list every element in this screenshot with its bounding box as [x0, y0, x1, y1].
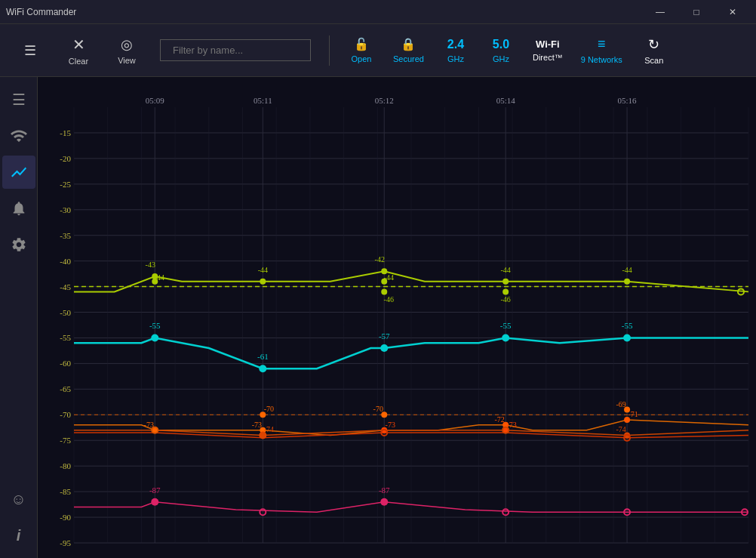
close-button[interactable]: ✕	[715, 0, 750, 24]
chart-area: dBm Speed: 150% Scanning... 12	[38, 77, 756, 558]
menu-button[interactable]: ☰	[15, 42, 45, 59]
sidebar-item-wifi[interactable]	[2, 119, 35, 153]
signal-chart	[38, 77, 756, 558]
ghz50-label: GHz	[493, 54, 509, 63]
networks-icon: ≡	[598, 36, 606, 52]
window-controls: — □ ✕	[643, 0, 750, 24]
clear-button[interactable]: ✕ Clear	[63, 35, 94, 66]
title-bar: WiFi Commander — □ ✕	[0, 0, 756, 24]
sidebar-item-menu[interactable]: ☰	[2, 83, 35, 116]
toolbar-separator	[329, 35, 330, 66]
ghz24-filter-button[interactable]: 2.4 GHz	[442, 38, 469, 63]
open-icon: 🔓	[354, 37, 369, 51]
filter-input[interactable]	[160, 39, 311, 61]
networks-button[interactable]: ≡ 9 Networks	[581, 36, 622, 64]
toolbar: ☰ ✕ Clear ◎ View 🔓 Open 🔒 Secured 2.4 GH…	[0, 24, 756, 77]
ghz50-value: 5.0	[493, 38, 509, 51]
maximize-button[interactable]: □	[679, 0, 714, 24]
view-button[interactable]: ◎ View	[112, 36, 142, 65]
sidebar-item-chart[interactable]	[2, 156, 35, 189]
open-filter-button[interactable]: 🔓 Open	[348, 37, 375, 63]
view-icon: ◎	[121, 36, 133, 53]
sidebar-item-settings[interactable]	[2, 228, 35, 261]
networks-label: 9 Networks	[581, 55, 622, 64]
sidebar-item-smiley[interactable]: ☺	[2, 482, 35, 516]
app-title: WiFi Commander	[6, 7, 76, 17]
main-layout: ☰ ☺ i dBm Speed: 150% Scanning... 12	[0, 77, 756, 558]
clear-label: Clear	[69, 57, 88, 66]
minimize-button[interactable]: —	[643, 0, 678, 24]
menu-icon: ☰	[24, 42, 36, 59]
ghz50-filter-button[interactable]: 5.0 GHz	[487, 38, 515, 63]
ghz24-label: GHz	[447, 54, 464, 63]
view-label: View	[118, 56, 136, 65]
sidebar-item-bell[interactable]	[2, 192, 35, 225]
secured-filter-button[interactable]: 🔒 Secured	[393, 37, 424, 63]
secured-label: Secured	[393, 54, 424, 63]
scan-icon: ↻	[648, 36, 659, 53]
open-label: Open	[352, 54, 372, 63]
clear-icon: ✕	[72, 35, 85, 54]
scan-button[interactable]: ↻ Scan	[641, 36, 668, 65]
wifi-direct-filter-button[interactable]: Wi-Fi Direct™	[533, 39, 563, 62]
wifi-direct-label: Direct™	[533, 53, 563, 62]
sidebar-item-info[interactable]: i	[2, 519, 35, 552]
wifi-direct-value: Wi-Fi	[536, 39, 560, 50]
ghz24-value: 2.4	[447, 38, 464, 51]
sidebar: ☰ ☺ i	[0, 77, 38, 558]
secured-icon: 🔒	[401, 37, 416, 51]
scan-label: Scan	[644, 56, 663, 65]
